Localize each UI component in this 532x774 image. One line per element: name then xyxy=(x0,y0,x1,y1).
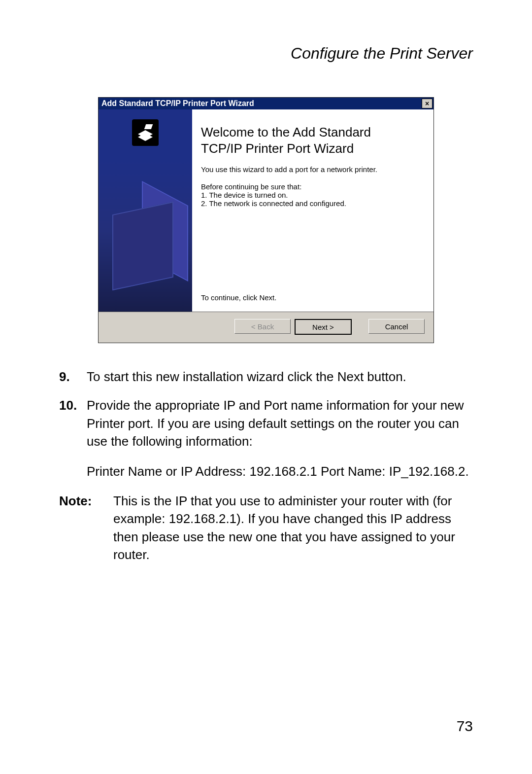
instruction-step: 10. Provide the appropriate IP and Port … xyxy=(59,396,473,480)
instruction-step: 9. To start this new installation wizard… xyxy=(59,368,473,386)
back-button: < Back xyxy=(234,319,291,334)
printer-icon xyxy=(132,119,159,146)
wizard-intro-text: You use this wizard to add a port for a … xyxy=(201,165,420,174)
wizard-button-row: < Back Next > Cancel xyxy=(99,312,433,343)
next-button[interactable]: Next > xyxy=(295,319,352,335)
step-text: To start this new installation wizard cl… xyxy=(87,368,473,386)
note-block: Note: This is the IP that you use to adm… xyxy=(59,492,473,564)
wizard-prereq-label: Before continuing be sure that: xyxy=(201,182,420,191)
cancel-button[interactable]: Cancel xyxy=(368,319,425,334)
wizard-prereq-item: 2. The network is connected and configur… xyxy=(201,199,420,208)
wizard-continue-text: To continue, click Next. xyxy=(201,293,420,302)
wizard-content: Welcome to the Add Standard TCP/IP Print… xyxy=(192,109,433,312)
note-label: Note: xyxy=(59,492,113,564)
wizard-sidebar-graphic xyxy=(99,109,192,312)
step-text: Provide the appropriate IP and Port name… xyxy=(87,396,473,480)
note-text: This is the IP that you use to administe… xyxy=(113,492,473,564)
wizard-title-text: Add Standard TCP/IP Printer Port Wizard xyxy=(101,99,254,108)
wizard-prereq-item: 1. The device is turned on. xyxy=(201,191,420,199)
step-number: 9. xyxy=(59,368,87,386)
wizard-prereq-list: Before continuing be sure that: 1. The d… xyxy=(201,182,420,208)
wizard-body: Welcome to the Add Standard TCP/IP Print… xyxy=(99,109,433,312)
step-number: 10. xyxy=(59,396,87,480)
wizard-screenshot: Add Standard TCP/IP Printer Port Wizard … xyxy=(98,97,434,343)
svg-rect-2 xyxy=(144,124,153,129)
document-page: Configure the Print Server Add Standard … xyxy=(0,0,532,774)
wizard-heading: Welcome to the Add Standard TCP/IP Print… xyxy=(201,124,420,156)
wizard-sidebar-decoration xyxy=(112,178,181,277)
page-header: Configure the Print Server xyxy=(59,44,473,63)
instruction-list: 9. To start this new installation wizard… xyxy=(59,368,473,480)
page-number: 73 xyxy=(457,718,473,735)
close-icon[interactable]: × xyxy=(422,99,432,108)
wizard-titlebar: Add Standard TCP/IP Printer Port Wizard … xyxy=(99,98,433,109)
step-detail: Printer Name or IP Address: 192.168.2.1 … xyxy=(87,462,473,480)
